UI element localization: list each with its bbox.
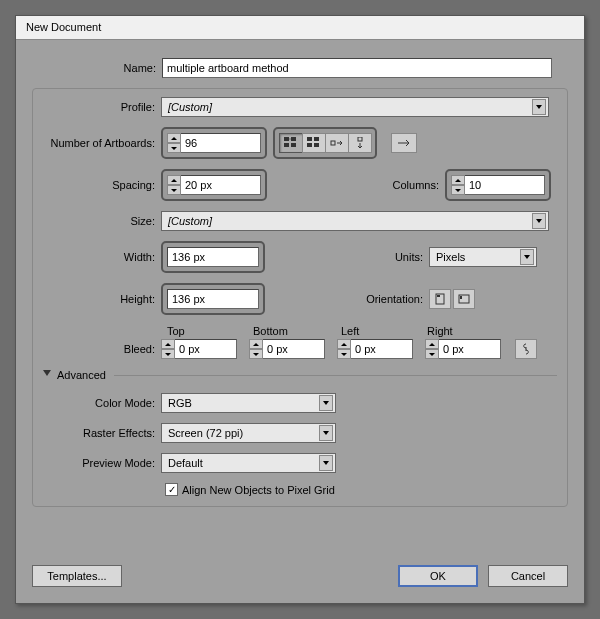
size-label: Size: bbox=[43, 215, 161, 227]
artboards-label: Number of Artboards: bbox=[43, 137, 161, 149]
svg-rect-8 bbox=[331, 141, 335, 145]
height-input[interactable] bbox=[167, 289, 259, 309]
artboards-input[interactable] bbox=[181, 133, 261, 153]
columns-highlight bbox=[445, 169, 551, 201]
preview-value: Default bbox=[168, 457, 203, 469]
color-mode-value: RGB bbox=[168, 397, 192, 409]
dropdown-arrow-icon bbox=[319, 395, 333, 411]
dropdown-arrow-icon bbox=[532, 99, 546, 115]
svg-rect-4 bbox=[307, 137, 312, 141]
arrange-row-icon[interactable] bbox=[325, 133, 349, 153]
orientation-landscape-icon[interactable] bbox=[453, 289, 475, 309]
align-pixel-grid-checkbox[interactable]: ✓ bbox=[165, 483, 178, 496]
bleed-bottom-field bbox=[249, 339, 325, 359]
bleed-left-spinner[interactable] bbox=[337, 339, 351, 359]
divider bbox=[114, 375, 557, 376]
new-document-dialog: New Document Name: Profile: [Custom] Num… bbox=[15, 15, 585, 604]
svg-rect-13 bbox=[460, 296, 462, 299]
templates-button[interactable]: Templates... bbox=[32, 565, 122, 587]
preview-select[interactable]: Default bbox=[161, 453, 336, 473]
bleed-right-input[interactable] bbox=[439, 339, 501, 359]
raster-label: Raster Effects: bbox=[43, 427, 161, 439]
preview-label: Preview Mode: bbox=[43, 457, 161, 469]
size-select[interactable]: [Custom] bbox=[161, 211, 549, 231]
svg-rect-2 bbox=[284, 143, 289, 147]
main-fieldset: Profile: [Custom] Number of Artboards: bbox=[32, 88, 568, 507]
arrange-col-icon[interactable] bbox=[348, 133, 372, 153]
raster-select[interactable]: Screen (72 ppi) bbox=[161, 423, 336, 443]
columns-input[interactable] bbox=[465, 175, 545, 195]
dialog-title-bar: New Document bbox=[16, 16, 584, 40]
profile-select[interactable]: [Custom] bbox=[161, 97, 549, 117]
spinner-up-icon[interactable] bbox=[167, 175, 181, 185]
units-label: Units: bbox=[265, 251, 429, 263]
bleed-right-spinner[interactable] bbox=[425, 339, 439, 359]
dialog-title: New Document bbox=[26, 21, 101, 33]
orientation-label: Orientation: bbox=[265, 293, 429, 305]
name-label: Name: bbox=[32, 62, 162, 74]
bleed-top-input[interactable] bbox=[175, 339, 237, 359]
bleed-label: Bleed: bbox=[43, 343, 161, 355]
align-pixel-grid-label: Align New Objects to Pixel Grid bbox=[182, 484, 335, 496]
svg-rect-5 bbox=[314, 137, 319, 141]
arrange-direction-icon[interactable] bbox=[391, 133, 417, 153]
bleed-top-label: Top bbox=[167, 325, 253, 337]
spacing-spinner[interactable] bbox=[167, 175, 181, 195]
name-input[interactable] bbox=[162, 58, 552, 78]
svg-rect-3 bbox=[291, 143, 296, 147]
bleed-top-field bbox=[161, 339, 237, 359]
disclosure-triangle-icon bbox=[43, 370, 51, 380]
bleed-top-spinner[interactable] bbox=[161, 339, 175, 359]
dropdown-arrow-icon bbox=[532, 213, 546, 229]
height-label: Height: bbox=[43, 293, 161, 305]
svg-rect-7 bbox=[314, 143, 319, 147]
arrange-grid-col-icon[interactable] bbox=[302, 133, 326, 153]
dropdown-arrow-icon bbox=[319, 455, 333, 471]
advanced-header[interactable]: Advanced bbox=[43, 369, 557, 381]
bleed-bottom-label: Bottom bbox=[253, 325, 341, 337]
dropdown-arrow-icon bbox=[520, 249, 534, 265]
columns-spinner[interactable] bbox=[451, 175, 465, 195]
svg-rect-9 bbox=[358, 137, 362, 141]
advanced-label: Advanced bbox=[57, 369, 106, 381]
size-value: [Custom] bbox=[168, 215, 212, 227]
bleed-link-icon[interactable] bbox=[515, 339, 537, 359]
bleed-left-field bbox=[337, 339, 413, 359]
artboards-highlight bbox=[161, 127, 267, 159]
width-highlight bbox=[161, 241, 265, 273]
spinner-down-icon[interactable] bbox=[167, 185, 181, 195]
profile-label: Profile: bbox=[43, 101, 161, 113]
arrange-grid-row-icon[interactable] bbox=[279, 133, 303, 153]
raster-value: Screen (72 ppi) bbox=[168, 427, 243, 439]
spacing-label: Spacing: bbox=[43, 179, 161, 191]
spacing-highlight bbox=[161, 169, 267, 201]
ok-button[interactable]: OK bbox=[398, 565, 478, 587]
svg-rect-6 bbox=[307, 143, 312, 147]
artboards-spinner[interactable] bbox=[167, 133, 181, 153]
bleed-bottom-input[interactable] bbox=[263, 339, 325, 359]
bleed-right-field bbox=[425, 339, 501, 359]
height-highlight bbox=[161, 283, 265, 315]
color-mode-select[interactable]: RGB bbox=[161, 393, 336, 413]
svg-rect-11 bbox=[437, 295, 440, 297]
spinner-down-icon[interactable] bbox=[451, 185, 465, 195]
color-mode-label: Color Mode: bbox=[43, 397, 161, 409]
arrange-highlight bbox=[273, 127, 377, 159]
dropdown-arrow-icon bbox=[319, 425, 333, 441]
spacing-input[interactable] bbox=[181, 175, 261, 195]
spinner-down-icon[interactable] bbox=[167, 143, 181, 153]
bleed-right-label: Right bbox=[427, 325, 513, 337]
columns-label: Columns: bbox=[267, 179, 445, 191]
cancel-button[interactable]: Cancel bbox=[488, 565, 568, 587]
orientation-portrait-icon[interactable] bbox=[429, 289, 451, 309]
units-select[interactable]: Pixels bbox=[429, 247, 537, 267]
profile-value: [Custom] bbox=[168, 101, 212, 113]
bleed-left-label: Left bbox=[341, 325, 427, 337]
spinner-up-icon[interactable] bbox=[451, 175, 465, 185]
units-value: Pixels bbox=[436, 251, 465, 263]
width-label: Width: bbox=[43, 251, 161, 263]
bleed-bottom-spinner[interactable] bbox=[249, 339, 263, 359]
bleed-left-input[interactable] bbox=[351, 339, 413, 359]
width-input[interactable] bbox=[167, 247, 259, 267]
spinner-up-icon[interactable] bbox=[167, 133, 181, 143]
